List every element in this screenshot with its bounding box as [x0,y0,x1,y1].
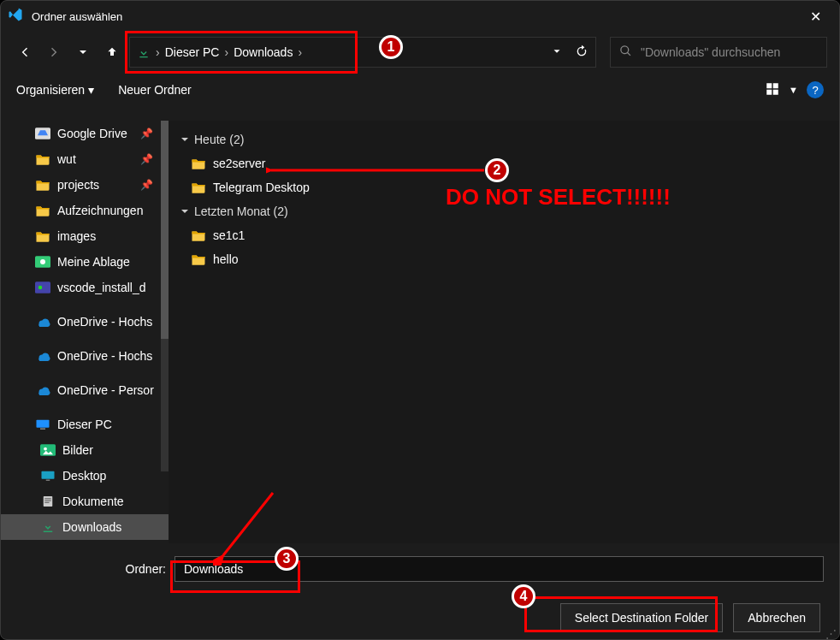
sidebar-item-label: wut [57,152,76,166]
download-icon [137,44,151,59]
sidebar-item-label: OneDrive - Hochs [57,349,152,363]
svg-rect-6 [37,420,50,428]
organize-menu[interactable]: Organisieren▾ [16,83,94,97]
cancel-button[interactable]: Abbrechen [733,603,820,632]
new-folder-button[interactable]: Neuer Ordner [118,83,192,97]
svg-rect-13 [44,498,51,499]
download-icon [40,521,56,533]
file-name: Telegram Desktop [213,181,310,194]
svg-rect-11 [46,480,50,482]
recent-dropdown[interactable] [71,37,95,68]
sidebar-item-label: OneDrive - Persor [57,383,154,397]
search-input[interactable] [641,45,818,59]
gdrive-disk-icon [35,256,50,268]
svg-rect-10 [42,471,55,479]
gdrive-file-icon [35,281,50,293]
footer: Ordner: Select Destination Folder Abbrec… [1,543,839,639]
folder-name-input[interactable] [175,556,824,582]
dokumente-icon [40,495,56,507]
body: Google Drive📌wut📌projects📌Aufzeichnungen… [1,121,839,543]
group-label: Letzten Monat (2) [194,204,288,218]
sidebar-item[interactable]: OneDrive - Hochs [1,343,169,369]
folder-picker-window: Ordner auswählen ✕ › Dieser PC › Downloa… [0,0,840,640]
sidebar-item[interactable]: images [1,223,169,249]
help-button[interactable]: ? [807,81,824,98]
refresh-button[interactable] [575,44,589,61]
file-row[interactable]: se2server [170,151,837,175]
sidebar-item-label: OneDrive - Hochs [57,315,152,329]
pin-icon: 📌 [140,179,153,191]
view-dropdown-icon[interactable]: ▼ [789,85,798,95]
back-button[interactable] [13,37,37,68]
svg-point-3 [40,259,45,264]
sidebar-item-label: Meine Ablage [57,255,130,269]
folder-icon [35,179,50,191]
sidebar-item[interactable]: Dokumente [1,489,169,514]
file-row[interactable]: hello [170,247,837,271]
sidebar-item-label: vscode_install_d [57,281,146,294]
folder-icon [35,230,50,242]
svg-rect-12 [44,496,53,507]
address-dropdown-icon[interactable] [551,45,563,60]
vscode-icon [8,7,23,26]
file-row[interactable]: Telegram Desktop [170,175,837,199]
svg-rect-14 [44,501,51,501]
sidebar-item-label: Desktop [62,469,106,483]
sidebar-item[interactable]: OneDrive - Hochs [1,309,169,335]
gdrive-icon [35,127,50,139]
close-button[interactable]: ✕ [798,9,832,25]
search-bar[interactable] [610,37,827,68]
svg-rect-15 [44,502,49,503]
chevron-right-icon: › [156,45,160,59]
search-icon [619,44,632,61]
up-button[interactable] [100,37,124,68]
sidebar-item[interactable]: Downloads [1,514,169,540]
sidebar-item[interactable]: Aufzeichnungen [1,198,169,223]
sidebar-item[interactable]: vscode_install_d [1,275,169,300]
file-row[interactable]: se1c1 [170,223,837,247]
forward-button[interactable] [42,37,66,68]
sidebar-item[interactable]: Google Drive📌 [1,121,169,146]
group-header[interactable]: Letzten Monat (2) [170,199,837,223]
sidebar-item[interactable]: OneDrive - Persor [1,377,169,403]
folder-icon [191,181,206,193]
resize-grip-icon[interactable]: ⋰ [825,631,837,637]
group-header[interactable]: Heute (2) [170,127,837,151]
folder-icon [191,157,206,169]
chevron-down-icon [180,207,189,216]
desktop-icon [40,470,56,482]
sidebar: Google Drive📌wut📌projects📌Aufzeichnungen… [1,121,169,543]
address-bar[interactable]: › Dieser PC › Downloads › [129,37,596,68]
sidebar-item-label: Bilder [62,443,93,457]
onedrive-icon [35,384,50,396]
bilder-icon [40,444,56,456]
sidebar-item-label: Google Drive [57,127,127,140]
title-bar: Ordner auswählen ✕ [1,1,839,32]
chevron-down-icon [180,135,189,144]
select-destination-button[interactable]: Select Destination Folder [560,603,723,632]
onedrive-icon [35,316,50,328]
chevron-right-icon: › [224,45,228,59]
file-name: hello [213,252,239,266]
folder-icon [191,229,206,241]
sidebar-item[interactable]: Bilder [1,437,169,463]
sidebar-item-label: Dokumente [62,495,124,508]
sidebar-item[interactable]: wut📌 [1,146,169,172]
file-name: se1c1 [213,228,245,242]
sidebar-item[interactable]: Meine Ablage [1,249,169,275]
pin-icon: 📌 [140,127,153,139]
sidebar-item-label: Dieser PC [57,418,112,431]
sidebar-item-label: projects [57,178,99,192]
pin-icon: 📌 [140,153,153,165]
sidebar-item-label: Aufzeichnungen [57,204,143,217]
svg-rect-4 [35,281,50,293]
window-title: Ordner auswählen [32,10,798,23]
pc-icon [35,418,50,430]
view-options-button[interactable] [765,81,780,99]
sidebar-item[interactable]: Desktop [1,463,169,489]
sidebar-item[interactable]: projects📌 [1,172,169,198]
breadcrumb-pc[interactable]: Dieser PC [165,45,220,59]
breadcrumb-downloads[interactable]: Downloads [234,45,293,59]
sidebar-item[interactable]: Dieser PC [1,412,169,437]
folder-icon [35,204,50,216]
